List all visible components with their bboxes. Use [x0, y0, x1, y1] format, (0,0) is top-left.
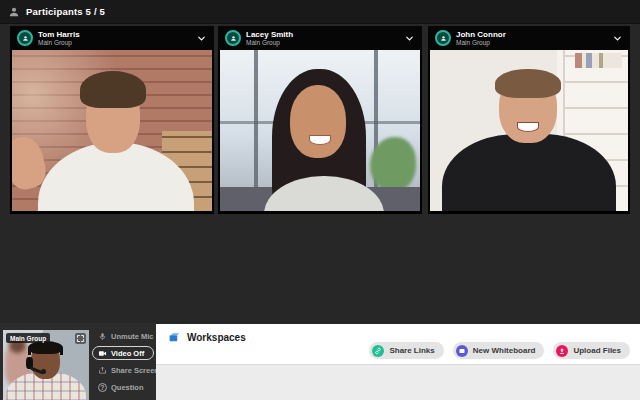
- participants-icon: [8, 6, 20, 18]
- participant-video: [12, 50, 212, 211]
- participant-name: Tom Harris: [38, 30, 80, 39]
- video-grid: Tom Harris Main Group Lacey Smith: [0, 24, 640, 323]
- participant-tile: Tom Harris Main Group: [10, 26, 214, 214]
- workspaces-title: Workspaces: [168, 331, 246, 344]
- call-controls: Unmute Mic Video Off Share Screen: [92, 329, 154, 400]
- participant-name: John Connor: [456, 30, 506, 39]
- participant-name: Lacey Smith: [246, 30, 293, 39]
- link-icon: [372, 345, 384, 357]
- video-off-button[interactable]: Video Off: [92, 346, 154, 360]
- workspaces-actions: Share Links New Whiteboard Upload Files: [369, 342, 630, 359]
- question-button[interactable]: Question: [92, 380, 154, 394]
- control-label: Video Off: [111, 349, 144, 358]
- button-label: Share Links: [389, 346, 434, 355]
- participant-identity: Lacey Smith Main Group: [246, 30, 293, 47]
- bottom-bar: Main Group Unmute Mic: [0, 323, 640, 400]
- participant-video: [430, 50, 628, 211]
- participant-tile-header: Lacey Smith Main Group: [218, 26, 422, 50]
- participant-video-feed: [220, 50, 420, 211]
- whiteboard-icon: [456, 345, 468, 357]
- participant-group: Main Group: [456, 39, 506, 46]
- participant-group: Main Group: [38, 39, 80, 46]
- chevron-down-icon[interactable]: [404, 33, 415, 44]
- mic-icon: [98, 332, 107, 341]
- upload-icon: [556, 345, 568, 357]
- workspaces-header: Workspaces Share Links: [156, 324, 640, 365]
- question-icon: [98, 383, 107, 392]
- participant-video-feed: [430, 50, 628, 211]
- topbar: Participants 5 / 5: [0, 0, 640, 24]
- workspaces-panel: Workspaces Share Links: [156, 324, 640, 400]
- participant-identity: Tom Harris Main Group: [38, 30, 80, 47]
- participants-count: Participants 5 / 5: [26, 6, 105, 17]
- participant-group: Main Group: [246, 39, 293, 46]
- button-label: New Whiteboard: [473, 346, 536, 355]
- upload-files-button[interactable]: Upload Files: [553, 342, 630, 359]
- participant-tile: John Connor Main Group: [428, 26, 630, 214]
- self-panel: Main Group Unmute Mic: [0, 323, 156, 400]
- expand-icon[interactable]: [75, 333, 86, 344]
- control-label: Question: [111, 383, 144, 392]
- workspaces-title-text: Workspaces: [187, 332, 246, 343]
- person-avatar-icon: [225, 30, 241, 46]
- participant-tile-header: John Connor Main Group: [428, 26, 630, 50]
- new-whiteboard-button[interactable]: New Whiteboard: [453, 342, 545, 359]
- chevron-down-icon[interactable]: [196, 33, 207, 44]
- self-group-label: Main Group: [6, 333, 50, 343]
- share-icon: [98, 366, 107, 375]
- share-screen-button[interactable]: Share Screen: [92, 363, 154, 377]
- self-view-video: Main Group: [3, 330, 89, 400]
- participant-tile: Lacey Smith Main Group: [218, 26, 422, 214]
- control-label: Share Screen: [111, 366, 156, 375]
- participant-video-feed: [12, 50, 212, 211]
- participant-identity: John Connor Main Group: [456, 30, 506, 47]
- video-conference-app: Participants 5 / 5 Tom Harris Main Group: [0, 0, 640, 400]
- control-label: Unmute Mic: [111, 332, 154, 341]
- video-icon: [98, 349, 107, 358]
- share-links-button[interactable]: Share Links: [369, 342, 443, 359]
- button-label: Upload Files: [573, 346, 621, 355]
- chevron-down-icon[interactable]: [612, 33, 623, 44]
- unmute-mic-button[interactable]: Unmute Mic: [92, 329, 154, 343]
- participant-tile-header: Tom Harris Main Group: [10, 26, 214, 50]
- workspaces-icon: [168, 331, 181, 344]
- participant-video: [220, 50, 420, 211]
- person-avatar-icon: [17, 30, 33, 46]
- person-avatar-icon: [435, 30, 451, 46]
